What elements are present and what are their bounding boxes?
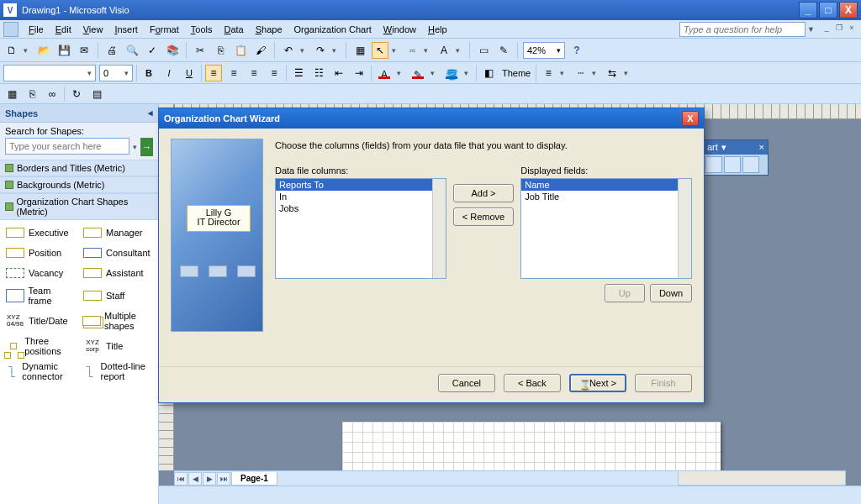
shape-dotted-line[interactable]: ┐└Dotted-line report (81, 360, 155, 383)
shapes-collapse-icon[interactable]: ◂ (148, 108, 153, 118)
up-button[interactable]: Up (605, 284, 645, 302)
float-btn-2[interactable] (724, 156, 741, 173)
drawing-page[interactable] (342, 422, 721, 470)
research-icon[interactable]: 📚 (164, 42, 181, 59)
align-left-icon[interactable]: ≡ (205, 65, 222, 81)
help-dropdown-icon[interactable]: ▼ (807, 25, 816, 34)
line-weight-icon[interactable]: ≡ (540, 65, 557, 81)
dialog-close-button[interactable]: X (682, 111, 699, 126)
redo-icon[interactable]: ↷ (312, 42, 329, 59)
app-menu-icon[interactable] (3, 22, 18, 37)
shapes-window-icon[interactable]: ▦ (351, 42, 368, 59)
text-tool-dropdown-icon[interactable]: ▾ (456, 46, 464, 55)
spelling-icon[interactable]: ✓ (144, 42, 161, 59)
print-icon[interactable]: 🖨 (103, 42, 120, 59)
format-painter-icon[interactable]: 🖌 (252, 42, 269, 59)
numbering-icon[interactable]: ☷ (310, 65, 327, 81)
listbox-scrollbar[interactable] (678, 179, 691, 278)
italic-icon[interactable]: I (161, 65, 177, 81)
stencil-borders[interactable]: Borders and Titles (Metric) (0, 160, 158, 176)
menu-window[interactable]: Window (378, 23, 421, 36)
align-justify-icon[interactable]: ≡ (266, 65, 283, 81)
list-item[interactable]: Reports To (276, 179, 446, 191)
undo-icon[interactable]: ↶ (280, 42, 297, 59)
help-icon[interactable]: ? (568, 42, 585, 59)
theme-label[interactable]: Theme (500, 68, 532, 78)
menu-insert[interactable]: Insert (109, 23, 143, 36)
menu-file[interactable]: File (24, 23, 49, 36)
redo-dropdown-icon[interactable]: ▾ (332, 46, 341, 55)
doc-close-button[interactable]: × (846, 24, 858, 35)
orgchart-float-toolbar[interactable]: art▾× (703, 139, 769, 176)
menu-tools[interactable]: Tools (186, 23, 218, 36)
close-button[interactable]: X (839, 2, 858, 18)
displayed-fields-list[interactable]: Name Job Title (520, 178, 692, 279)
tab-first-icon[interactable]: ⏮ (174, 472, 188, 486)
font-color-dropdown-icon[interactable]: ▾ (397, 69, 405, 77)
print-preview-icon[interactable]: 🔍 (124, 42, 140, 59)
help-search-input[interactable] (679, 22, 806, 37)
finish-button[interactable]: Finish (635, 374, 692, 392)
float-btn-3[interactable] (742, 156, 759, 173)
menu-data[interactable]: Data (219, 23, 248, 36)
font-size-combo[interactable]: 0▾ (99, 65, 133, 81)
cancel-button[interactable]: Cancel (438, 374, 495, 392)
menu-help[interactable]: Help (423, 23, 452, 36)
remove-button[interactable]: < Remove (453, 207, 514, 226)
back-button[interactable]: < Back (504, 374, 561, 392)
shapes-search-input[interactable] (5, 138, 129, 155)
shape-three-positions[interactable]: Three positions (3, 334, 77, 358)
increase-indent-icon[interactable]: ⇥ (351, 65, 367, 81)
shape-consultant[interactable]: Consultant (81, 244, 155, 262)
decrease-indent-icon[interactable]: ⇤ (330, 65, 347, 81)
cut-icon[interactable]: ✂ (192, 42, 209, 59)
down-button[interactable]: Down (650, 284, 692, 302)
underline-icon[interactable]: U (181, 65, 198, 81)
pointer-dropdown-icon[interactable]: ▾ (392, 46, 400, 55)
align-right-icon[interactable]: ≡ (246, 65, 262, 81)
shape-vacancy[interactable]: Vacancy (3, 264, 77, 282)
fill-color-dropdown-icon[interactable]: ▾ (464, 69, 473, 77)
horizontal-scrollbar[interactable] (678, 470, 846, 486)
menu-edit[interactable]: Edit (50, 23, 77, 36)
connector-dropdown-icon[interactable]: ▾ (424, 46, 432, 55)
email-icon[interactable]: ✉ (76, 42, 92, 59)
connector-tool-icon[interactable]: ⎓ (404, 42, 420, 59)
pointer-tool-icon[interactable]: ↖ (372, 42, 388, 59)
list-item[interactable]: Jobs (276, 202, 446, 214)
float-toolbar-title[interactable]: art▾× (704, 140, 768, 155)
menu-orgchart[interactable]: Organization Chart (289, 23, 377, 36)
aux-btn-2[interactable]: ⎘ (24, 86, 40, 102)
maximize-button[interactable]: □ (819, 2, 837, 18)
menu-shape[interactable]: Shape (251, 23, 288, 36)
listbox-scrollbar[interactable] (432, 179, 446, 278)
new-dropdown-icon[interactable]: ▾ (24, 46, 32, 55)
line-ends-dropdown-icon[interactable]: ▾ (624, 69, 632, 77)
aux-btn-5[interactable]: ▤ (88, 86, 105, 102)
shape-executive[interactable]: Executive (3, 223, 77, 242)
list-item[interactable]: In (276, 191, 446, 202)
text-tool-icon[interactable]: A (436, 42, 452, 59)
ink-tool-icon[interactable]: ✎ (495, 42, 512, 59)
open-icon[interactable]: 📂 (35, 42, 52, 59)
aux-btn-4[interactable]: ↻ (68, 86, 85, 102)
align-center-icon[interactable]: ≡ (225, 65, 242, 81)
menu-format[interactable]: Format (145, 23, 184, 36)
shape-title-date[interactable]: XYZ04/98Title/Date (3, 309, 77, 333)
font-combo[interactable]: ▾ (3, 65, 96, 81)
data-file-columns-list[interactable]: Reports To In Jobs (275, 178, 446, 279)
theme-icon[interactable]: ◧ (480, 65, 497, 81)
save-icon[interactable]: 💾 (55, 42, 72, 59)
search-go-button[interactable]: → (140, 138, 153, 156)
stencil-backgrounds[interactable]: Backgrounds (Metric) (0, 176, 158, 193)
shape-position[interactable]: Position (3, 244, 77, 262)
bullets-icon[interactable]: ☰ (290, 65, 307, 81)
shape-manager[interactable]: Manager (81, 223, 155, 242)
search-dropdown-icon[interactable]: ▾ (131, 138, 139, 156)
float-btn-1[interactable] (705, 156, 722, 173)
float-toolbar-close-icon[interactable]: × (759, 142, 764, 153)
shape-staff[interactable]: Staff (81, 284, 155, 307)
menu-view[interactable]: View (78, 23, 108, 36)
rectangle-tool-icon[interactable]: ▭ (475, 42, 492, 59)
minimize-button[interactable]: _ (799, 2, 817, 18)
